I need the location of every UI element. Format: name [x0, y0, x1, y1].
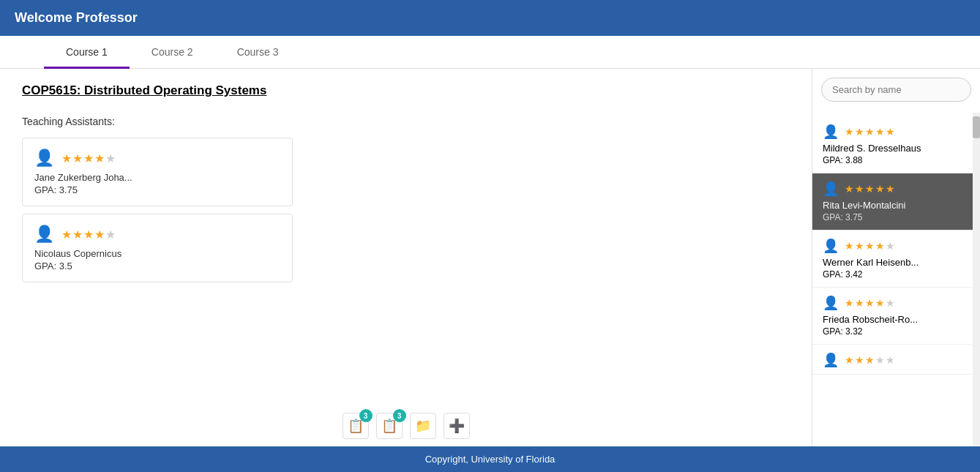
- ta-card-0[interactable]: 👤 ★ ★ ★ ★ ★ Jane Zukerberg Joha... GPA: …: [22, 138, 293, 206]
- candidate-avatar-2: 👤: [823, 238, 839, 254]
- candidate-header-0: 👤 ★ ★ ★ ★ ★: [823, 124, 970, 140]
- toolbar-btn-1[interactable]: 📋 3: [376, 413, 403, 439]
- footer-text: Copyright, University of Florida: [425, 454, 556, 465]
- bottom-toolbar: 📋 3 📋 3 📁 ➕: [343, 413, 470, 439]
- candidate-name-1: Rita Levi-Montalcini: [823, 200, 970, 211]
- right-panel: 👤 ★ ★ ★ ★ ★ Mildred S. Dresselhaus GPA: …: [812, 69, 980, 446]
- add-icon: ➕: [449, 418, 465, 434]
- candidate-card-0[interactable]: 👤 ★ ★ ★ ★ ★ Mildred S. Dresselhaus GPA: …: [812, 116, 980, 173]
- right-scrollbar-thumb: [973, 116, 980, 138]
- ta-avatar-0: 👤: [34, 149, 54, 168]
- section-label: Teaching Assistants:: [22, 116, 790, 127]
- footer: Copyright, University of Florida: [0, 446, 980, 472]
- candidate-name-0: Mildred S. Dresselhaus: [823, 143, 970, 154]
- candidate-stars-4: ★ ★ ★ ★ ★: [845, 354, 895, 366]
- ta-avatar-1: 👤: [34, 225, 54, 244]
- toolbar-btn-3[interactable]: ➕: [444, 413, 470, 439]
- candidate-gpa-0: GPA: 3.88: [823, 155, 970, 165]
- candidate-stars-3: ★ ★ ★ ★ ★: [845, 297, 895, 309]
- tab-course-2[interactable]: Course 2: [130, 36, 215, 68]
- ta-card-header-1: 👤 ★ ★ ★ ★ ★: [34, 225, 280, 244]
- search-wrapper: [812, 69, 980, 110]
- candidate-gpa-1: GPA: 3.75: [823, 212, 970, 222]
- ta-card-header-0: 👤 ★ ★ ★ ★ ★: [34, 149, 280, 168]
- tab-course-3[interactable]: Course 3: [215, 36, 301, 68]
- content-area: COP5615: Distributed Operating Systems T…: [0, 69, 812, 446]
- ta-card-1[interactable]: 👤 ★ ★ ★ ★ ★ Nicolaus Copernicus GPA: 3.5: [22, 214, 293, 282]
- candidate-header-2: 👤 ★ ★ ★ ★ ★: [823, 238, 970, 254]
- ta-name-0: Jane Zukerberg Joha...: [34, 172, 280, 183]
- ta-stars-0: ★ ★ ★ ★ ★: [61, 151, 116, 165]
- ta-stars-1: ★ ★ ★ ★ ★: [61, 228, 116, 241]
- candidate-gpa-2: GPA: 3.42: [823, 269, 970, 280]
- badge-1: 3: [393, 409, 406, 422]
- candidate-name-2: Werner Karl Heisenb...: [823, 257, 970, 268]
- candidate-avatar-3: 👤: [823, 295, 839, 311]
- ta-gpa-1: GPA: 3.5: [34, 261, 280, 271]
- toolbar-btn-0[interactable]: 📋 3: [343, 413, 369, 439]
- badge-0: 3: [359, 409, 373, 422]
- ta-list[interactable]: 👤 ★ ★ ★ ★ ★ Jane Zukerberg Joha... GPA: …: [22, 138, 315, 394]
- candidate-avatar-0: 👤: [823, 124, 839, 140]
- candidate-card-1[interactable]: 👤 ★ ★ ★ ★ ★ Rita Levi-Montalcini GPA: 3.…: [812, 173, 980, 231]
- candidate-card-3[interactable]: 👤 ★ ★ ★ ★ ★ Frieda Robscheit-Ro... GPA: …: [812, 288, 980, 345]
- ta-area: 👤 ★ ★ ★ ★ ★ Jane Zukerberg Joha... GPA: …: [22, 138, 315, 394]
- candidate-header-3: 👤 ★ ★ ★ ★ ★: [823, 295, 970, 311]
- candidate-card-4[interactable]: 👤 ★ ★ ★ ★ ★: [812, 345, 980, 375]
- candidate-avatar-1: 👤: [823, 181, 839, 197]
- toolbar-btn-2[interactable]: 📁: [410, 413, 436, 439]
- course-title: COP5615: Distributed Operating Systems: [22, 83, 790, 98]
- folder-icon: 📁: [415, 418, 431, 434]
- candidate-stars-1: ★ ★ ★ ★ ★: [845, 183, 895, 195]
- tab-bar: Course 1 Course 2 Course 3: [0, 36, 980, 69]
- candidate-card-2[interactable]: 👤 ★ ★ ★ ★ ★ Werner Karl Heisenb... GPA: …: [812, 231, 980, 288]
- tab-course-1[interactable]: Course 1: [44, 36, 130, 68]
- candidate-avatar-4: 👤: [823, 352, 839, 368]
- ta-gpa-0: GPA: 3.75: [34, 184, 280, 195]
- candidate-gpa-3: GPA: 3.32: [823, 326, 970, 337]
- main-content: COP5615: Distributed Operating Systems T…: [0, 69, 980, 446]
- candidate-header-1: 👤 ★ ★ ★ ★ ★: [823, 181, 970, 197]
- candidate-stars-0: ★ ★ ★ ★ ★: [845, 126, 895, 138]
- candidate-name-3: Frieda Robscheit-Ro...: [823, 314, 970, 325]
- app-header: Welcome Professor: [0, 0, 980, 36]
- ta-name-1: Nicolaus Copernicus: [34, 248, 280, 259]
- header-title: Welcome Professor: [15, 10, 138, 25]
- candidate-stars-2: ★ ★ ★ ★ ★: [845, 240, 895, 252]
- candidate-list: 👤 ★ ★ ★ ★ ★ Mildred S. Dresselhaus GPA: …: [812, 110, 980, 446]
- right-scrollbar[interactable]: [973, 113, 980, 446]
- candidate-header-4: 👤 ★ ★ ★ ★ ★: [823, 352, 970, 368]
- search-input[interactable]: [821, 78, 971, 102]
